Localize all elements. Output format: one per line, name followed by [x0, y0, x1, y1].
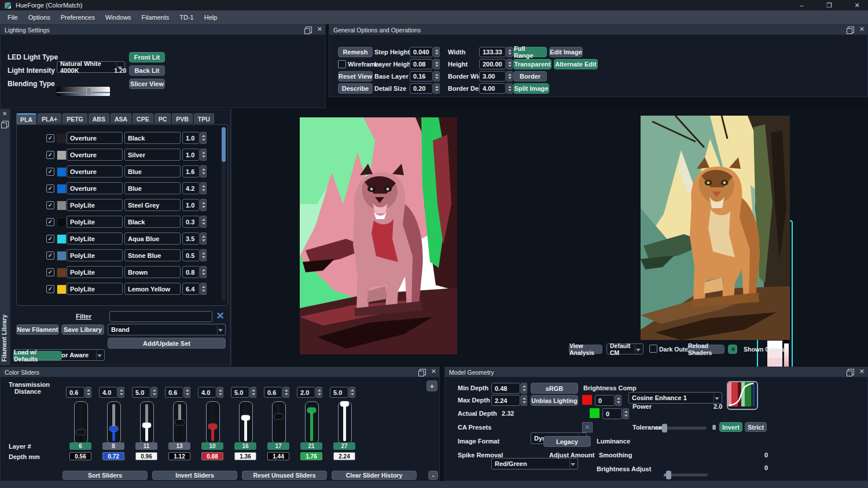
filament-enabled-checkbox[interactable]: ✓	[46, 151, 54, 159]
filament-name-input[interactable]: Lemon Yellow	[124, 283, 181, 295]
depth-slider[interactable]	[206, 401, 220, 444]
material-tab[interactable]: TPU	[194, 113, 214, 124]
slicer-view-button[interactable]: Slicer View	[129, 79, 165, 89]
close-button[interactable]: ✕	[848, 1, 866, 10]
minimize-button[interactable]: –	[793, 1, 810, 10]
min-depth-input[interactable]: 0.48	[491, 383, 520, 394]
filament-color-swatch[interactable]	[57, 201, 67, 210]
depth-slider[interactable]	[239, 401, 253, 444]
panel-splitter[interactable]	[441, 367, 443, 481]
light-intensity-slider[interactable]	[57, 87, 110, 96]
filament-td-spinner[interactable]	[200, 216, 207, 228]
border-depth-spinner[interactable]	[506, 83, 513, 94]
filament-enabled-checkbox[interactable]: ✓	[46, 235, 54, 243]
filament-td-spinner[interactable]	[200, 165, 207, 178]
max-depth-spinner[interactable]	[521, 395, 527, 406]
close-panel-icon[interactable]: ✕	[431, 368, 436, 375]
clear-filter-icon[interactable]: ✕	[215, 310, 226, 321]
view-analysis-button[interactable]: View Analysis	[569, 345, 602, 354]
filament-td-input[interactable]: 1.0	[182, 149, 200, 161]
filament-name-input[interactable]: Steel Grey	[124, 199, 181, 211]
filament-name-input[interactable]: Blue	[124, 182, 181, 194]
menu-item[interactable]: File	[2, 14, 23, 21]
transmission-spinner[interactable]	[85, 387, 91, 398]
filament-name-input[interactable]: Brown	[124, 266, 181, 278]
transmission-spinner[interactable]	[184, 387, 190, 398]
remove-slider-button[interactable]: -	[428, 471, 438, 480]
invert-button[interactable]: Invert	[719, 422, 742, 432]
filament-color-swatch[interactable]	[57, 217, 67, 227]
transmission-spinner[interactable]	[217, 387, 223, 398]
filament-scrollbar[interactable]	[222, 127, 226, 301]
filament-td-input[interactable]: 3.5	[182, 232, 200, 245]
float-panel-icon[interactable]	[306, 27, 312, 33]
filament-enabled-checkbox[interactable]: ✓	[46, 201, 54, 209]
filament-color-swatch[interactable]	[57, 134, 67, 143]
transmission-spinner[interactable]	[349, 387, 355, 398]
filament-brand-input[interactable]: Overture	[67, 149, 123, 161]
filament-enabled-checkbox[interactable]: ✓	[46, 184, 54, 193]
depth-slider-handle[interactable]	[340, 401, 349, 406]
step-height-spinner[interactable]	[433, 47, 440, 57]
border-depth-input[interactable]: 4.00	[479, 83, 506, 94]
border-width-spinner[interactable]	[506, 71, 513, 82]
filament-color-swatch[interactable]	[57, 251, 67, 261]
detail-size-input[interactable]: 0.20	[410, 83, 433, 94]
load-defaults-button[interactable]: Load w/ Defaults	[13, 351, 62, 360]
slider-action-button[interactable]: Invert Sliders	[152, 471, 237, 480]
filament-brand-input[interactable]: Overture	[67, 132, 123, 144]
filament-td-input[interactable]: 6.4	[182, 283, 200, 295]
filament-td-input[interactable]: 0.5	[182, 249, 200, 261]
color-core-swatch[interactable]: 13	[767, 358, 782, 367]
filament-brand-input[interactable]: Overture	[67, 165, 123, 178]
transmission-input[interactable]: 4.0	[198, 387, 216, 398]
close-panel-icon[interactable]: ✕	[859, 26, 865, 33]
brightness-comp-dropdown[interactable]: Cosine Enhance 1	[628, 392, 722, 404]
ca-x-icon[interactable]: ✕	[582, 422, 593, 432]
transmission-input[interactable]: 5.0	[132, 387, 150, 398]
describe-button[interactable]: Describe	[338, 83, 373, 94]
filament-color-swatch[interactable]	[57, 234, 67, 244]
base-layer-spinner[interactable]	[433, 71, 440, 82]
vertical-splitter[interactable]	[230, 109, 231, 365]
filament-td-spinner[interactable]	[200, 266, 207, 278]
depth-slider-handle[interactable]	[175, 420, 184, 425]
filament-name-input[interactable]: Black	[124, 216, 181, 228]
filament-brand-input[interactable]: PolyLite	[67, 199, 123, 211]
filament-td-spinner[interactable]	[200, 149, 207, 161]
menu-item[interactable]: Preferences	[56, 14, 100, 21]
filament-td-input[interactable]: 4.2	[182, 182, 200, 194]
front-lit-button[interactable]: Front Lit	[129, 52, 165, 62]
menu-item[interactable]: Help	[199, 14, 223, 21]
restore-button[interactable]: ❐	[821, 1, 838, 10]
green-comp-input[interactable]: 0	[602, 408, 622, 419]
filament-color-swatch[interactable]	[57, 268, 67, 278]
curve-preview[interactable]	[727, 381, 758, 410]
filament-td-spinner[interactable]	[200, 232, 207, 245]
filament-name-input[interactable]: Silver	[124, 149, 181, 161]
height-input[interactable]: 200.00	[479, 59, 506, 69]
float-panel-icon[interactable]	[848, 369, 854, 375]
transmission-spinner[interactable]	[316, 387, 322, 398]
depth-slider[interactable]	[338, 401, 352, 444]
dock-close-icon[interactable]: ✕	[2, 110, 7, 117]
float-panel-icon[interactable]	[420, 369, 426, 375]
transmission-input[interactable]: 0.6	[264, 387, 282, 398]
material-tab[interactable]: PLA+	[38, 113, 61, 124]
split-image-button[interactable]: Split Image	[513, 83, 549, 94]
power-slider[interactable]	[654, 427, 707, 430]
unbias-lighting-button[interactable]: Unbias Lighting	[531, 395, 578, 406]
transmission-spinner[interactable]	[283, 387, 289, 398]
filament-name-input[interactable]: Black	[124, 132, 181, 144]
float-panel-icon[interactable]	[848, 27, 854, 33]
filament-td-input[interactable]: 0.3	[182, 216, 200, 228]
depth-slider-handle[interactable]	[241, 415, 250, 420]
depth-slider-handle[interactable]	[142, 423, 151, 428]
slider-action-button[interactable]: Reset Unused Sliders	[242, 471, 327, 480]
green-comp-spinner[interactable]	[623, 408, 629, 419]
tolerance-slider[interactable]	[664, 474, 708, 476]
edit-image-button[interactable]: Edit Image	[549, 47, 583, 57]
ca-presets-dropdown[interactable]: Red/Green	[491, 458, 578, 469]
full-range-button[interactable]: Full Range	[513, 47, 547, 57]
reset-view-button[interactable]: Reset View	[338, 71, 373, 82]
